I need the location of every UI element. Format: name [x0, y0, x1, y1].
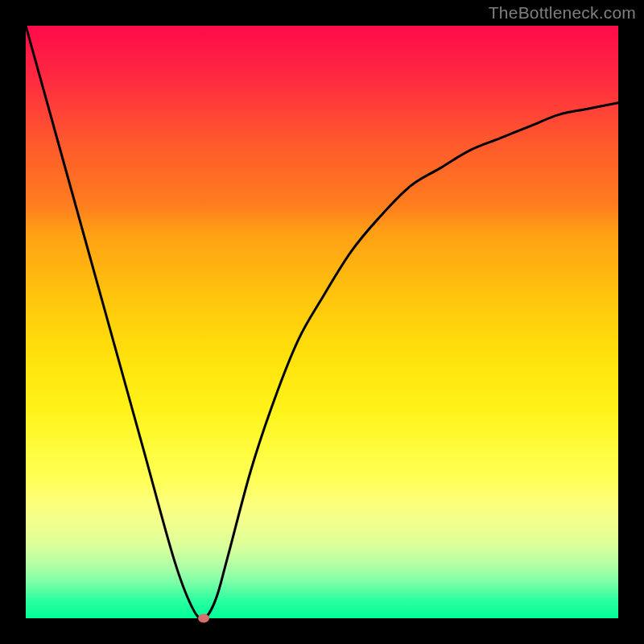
- plot-area: [26, 26, 618, 618]
- curve-svg: [26, 26, 618, 618]
- watermark-text: TheBottleneck.com: [489, 3, 636, 23]
- frame: TheBottleneck.com: [0, 0, 644, 644]
- bottleneck-curve: [26, 26, 618, 618]
- minimum-marker: [198, 614, 209, 623]
